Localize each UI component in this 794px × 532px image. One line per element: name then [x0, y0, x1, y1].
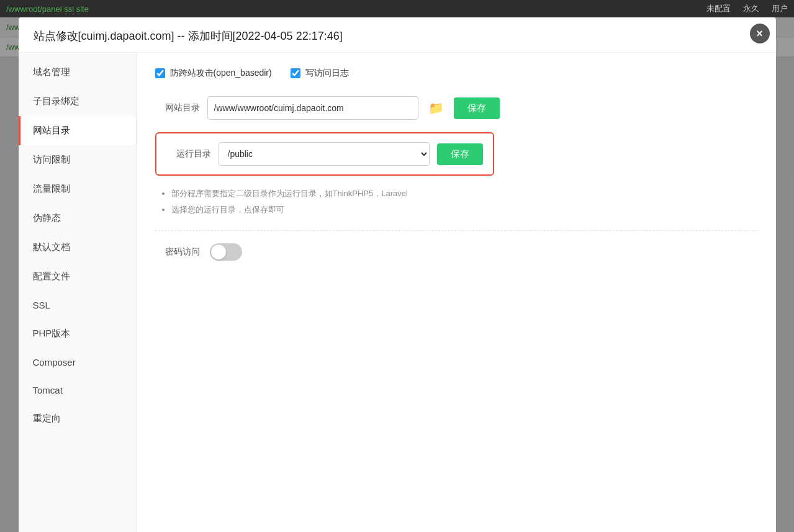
status-unconfigured: 未配置	[706, 3, 731, 14]
status-user: 用户	[772, 3, 788, 14]
top-bar: /wwwroot/panel ssl site 未配置 永久 用户	[0, 0, 794, 17]
top-bar-right: 未配置 永久 用户	[706, 3, 788, 14]
top-bar-path: /wwwroot/panel ssl site	[6, 4, 89, 14]
status-permanent: 永久	[743, 3, 759, 14]
